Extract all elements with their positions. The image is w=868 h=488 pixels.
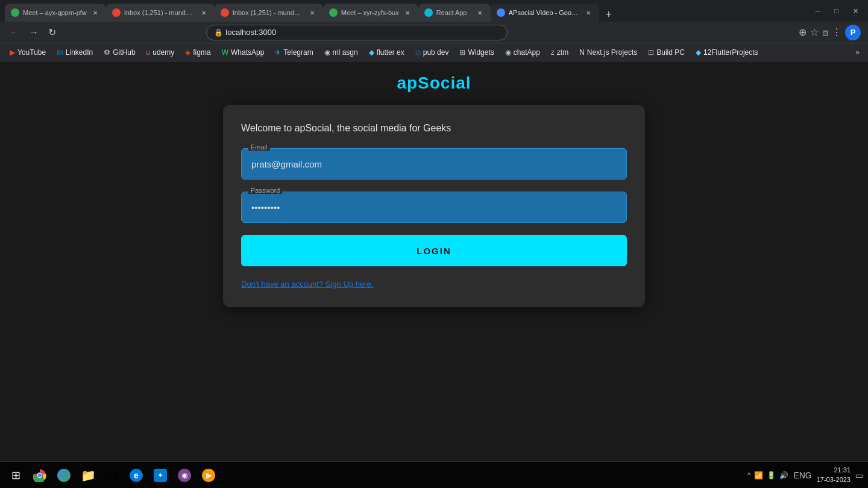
bookmark-chatapp[interactable]: ◉ chatApp: [500, 46, 545, 58]
bookmark-flutter-label: flutter ex: [377, 48, 404, 57]
tab-inbox1[interactable]: Inbox (1,251) - mundadapr... ✕: [106, 4, 215, 22]
taskbar-explorer[interactable]: 🗂: [101, 465, 123, 486]
back-button[interactable]: ←: [7, 26, 22, 39]
password-field-wrapper: Password: [241, 192, 627, 223]
bookmark-chatapp-label: chatApp: [514, 48, 540, 57]
email-label: Email: [248, 143, 270, 151]
network-icon[interactable]: 📶: [754, 471, 763, 480]
taskbar-app-icons: 📁 🗂 e ✦ ◉ ▶: [29, 465, 745, 486]
bookmark-telegram-label: Telegram: [283, 48, 313, 57]
extensions-icon[interactable]: ⧈: [822, 27, 828, 38]
tab-favicon-apsocial: [497, 8, 505, 17]
toolbar-icons: ⊕ ☆ ⧈ ⋮ P: [799, 25, 861, 40]
tab-react[interactable]: React App ✕: [418, 4, 491, 22]
bookmark-mlasgn[interactable]: ◉ ml asgn: [319, 46, 363, 58]
bookmark-buildpc-label: Build PC: [656, 48, 685, 57]
tab-favicon-react: [424, 8, 433, 17]
password-input[interactable]: [241, 192, 627, 223]
tab-close-meet1[interactable]: ✕: [90, 8, 100, 17]
bookmark-udemy[interactable]: u udemy: [142, 46, 180, 58]
address-input[interactable]: 🔒 localhost:3000: [206, 25, 508, 40]
taskbar-edge[interactable]: e: [125, 465, 147, 486]
tab-close-meet2[interactable]: ✕: [403, 8, 412, 17]
tab-strip: Meet – ayx-gppm-pfw ✕ Inbox (1,251) - mu…: [5, 0, 804, 22]
login-button[interactable]: LOGIN: [241, 235, 627, 266]
bookmark-12flutter-label: 12FlutterProjects: [703, 48, 758, 57]
password-label: Password: [248, 187, 282, 194]
signup-link[interactable]: Don't have an account? Sign Up here.: [241, 280, 373, 289]
bookmark-youtube[interactable]: ▶ YouTube: [5, 46, 51, 58]
bookmark-nextjs[interactable]: N Next.js Projects: [574, 46, 642, 58]
tab-close-apsocial[interactable]: ✕: [583, 8, 593, 17]
bookmark-whatsapp[interactable]: W WhatsApp: [217, 46, 269, 58]
tab-inbox2[interactable]: Inbox (1,251) - mundadapr... ✕: [215, 4, 323, 22]
email-input[interactable]: [241, 148, 627, 180]
telegram-icon: ✈: [275, 48, 281, 57]
tab-close-inbox2[interactable]: ✕: [307, 8, 317, 17]
forward-button[interactable]: →: [27, 26, 41, 39]
youtube-icon: ▶: [10, 48, 15, 57]
tab-favicon-meet2: [329, 8, 338, 17]
windows-icon: ⊞: [11, 469, 20, 482]
bookmarks-more-button[interactable]: »: [852, 46, 863, 58]
show-desktop-button[interactable]: ▭: [855, 471, 863, 480]
more-icon[interactable]: ⋮: [832, 27, 841, 38]
bookmark-ztm[interactable]: z ztm: [546, 46, 573, 58]
maximize-button[interactable]: □: [829, 7, 843, 14]
tab-apsocial[interactable]: APsocial Video - Google D... ✕: [491, 4, 599, 22]
bookmark-nextjs-label: Next.js Projects: [587, 48, 637, 57]
tab-close-react[interactable]: ✕: [475, 8, 485, 17]
mlasgn-icon: ◉: [324, 48, 330, 57]
tab-meet2[interactable]: Meet – xyr-zyfx-bux ✕: [323, 4, 418, 22]
start-button[interactable]: ⊞: [5, 465, 27, 486]
bookmark-telegram[interactable]: ✈ Telegram: [270, 46, 318, 58]
refresh-button[interactable]: ↻: [46, 25, 58, 39]
widgets-icon: ⊞: [459, 48, 465, 57]
bookmark-mlasgn-label: ml asgn: [333, 48, 358, 57]
bookmark-linkedin-label: LinkedIn: [66, 48, 93, 57]
taskbar-vlc[interactable]: ▶: [198, 465, 219, 486]
bookmark-ztm-label: ztm: [557, 48, 568, 57]
battery-icon[interactable]: 🔋: [767, 471, 776, 480]
vlc-icon: ▶: [202, 469, 215, 482]
date-display: 17-03-2023: [817, 475, 851, 484]
app-title: apSocial: [397, 74, 471, 93]
taskbar-files[interactable]: 📁: [77, 465, 99, 486]
bookmark-flutter[interactable]: ◆ flutter ex: [364, 46, 409, 58]
language-indicator: ENG: [793, 471, 811, 480]
12flutter-icon: ◆: [696, 48, 701, 57]
bookmark-github-label: GitHub: [113, 48, 135, 57]
cast-icon[interactable]: ⊕: [799, 27, 807, 38]
tab-meet1[interactable]: Meet – ayx-gppm-pfw ✕: [5, 4, 106, 22]
bookmark-icon[interactable]: ☆: [810, 27, 819, 38]
tab-title-apsocial: APsocial Video - Google D...: [509, 9, 580, 16]
taskbar: ⊞ 📁: [0, 461, 868, 488]
minimize-button[interactable]: ─: [811, 7, 825, 14]
bookmark-12flutter[interactable]: ◆ 12FlutterProjects: [691, 46, 763, 58]
tab-close-inbox1[interactable]: ✕: [199, 8, 209, 17]
new-tab-button[interactable]: +: [602, 7, 616, 22]
bookmark-figma[interactable]: ◈ figma: [180, 46, 215, 58]
profile-avatar[interactable]: P: [845, 25, 861, 40]
system-tray: ^ 📶 🔋 🔊 ENG 21:31 17-03-2023 ▭: [747, 466, 863, 484]
bookmark-github[interactable]: ⚙ GitHub: [99, 46, 140, 58]
sound-icon[interactable]: 🔊: [779, 471, 788, 480]
tab-favicon-inbox1: [112, 8, 121, 17]
chrome-alt-icon: [57, 469, 71, 482]
tab-title-meet1: Meet – ayx-gppm-pfw: [23, 9, 87, 16]
taskbar-chrome[interactable]: [29, 465, 51, 486]
bookmark-udemy-label: udemy: [153, 48, 174, 57]
taskbar-tor[interactable]: ◉: [174, 465, 195, 486]
files-icon: 📁: [81, 468, 96, 483]
tray-chevron[interactable]: ^: [747, 471, 751, 480]
bookmark-linkedin[interactable]: in LinkedIn: [52, 46, 98, 58]
close-button[interactable]: ✕: [848, 7, 863, 15]
chatapp-icon: ◉: [505, 48, 511, 57]
bookmark-pubdev[interactable]: ◇ pub dev: [410, 46, 454, 58]
taskbar-chrome-alt[interactable]: [53, 465, 75, 486]
taskbar-vscode[interactable]: ✦: [149, 465, 171, 486]
system-time: 21:31 17-03-2023: [817, 466, 851, 484]
bookmark-widgets[interactable]: ⊞ Widgets: [454, 46, 498, 58]
bookmark-buildpc[interactable]: ⊡ Build PC: [643, 46, 690, 58]
tab-title-meet2: Meet – xyr-zyfx-bux: [341, 9, 399, 16]
